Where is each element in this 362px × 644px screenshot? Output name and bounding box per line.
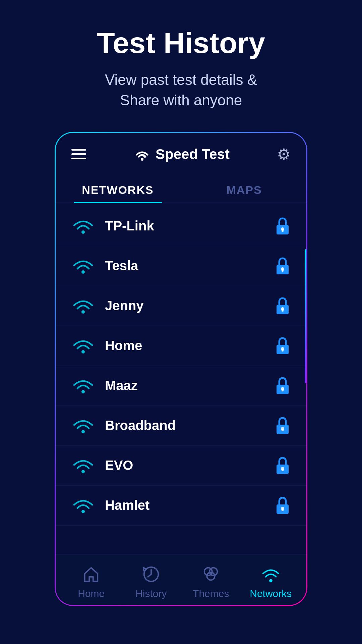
nav-item-themes[interactable]: Themes <box>181 565 241 599</box>
wifi-signal-icon <box>71 456 95 475</box>
svg-point-37 <box>269 579 273 582</box>
network-item[interactable]: Hamlet <box>55 486 307 526</box>
tab-maps[interactable]: MAPS <box>181 177 307 203</box>
network-item[interactable]: Maaz <box>55 366 307 406</box>
network-item[interactable]: Home <box>55 326 307 366</box>
wifi-signal-icon <box>71 217 95 235</box>
wifi-signal-icon <box>71 496 95 515</box>
svg-rect-16 <box>282 349 284 352</box>
network-name: Hamlet <box>105 498 275 513</box>
wifi-signal-icon <box>71 257 95 275</box>
svg-point-36 <box>207 572 215 580</box>
page-title: Test History <box>13 27 349 59</box>
network-name: Jenny <box>105 298 275 313</box>
settings-button[interactable]: ⚙ <box>277 145 291 163</box>
app-title-container: Speed Test <box>133 146 230 162</box>
nav-label-networks: Networks <box>250 588 292 599</box>
phone-mockup: Speed Test ⚙ NETWORKS MAPS T <box>54 131 308 607</box>
menu-button[interactable] <box>71 149 86 159</box>
wifi-signal-icon <box>71 376 95 395</box>
lock-icon <box>275 416 291 435</box>
themes-icon <box>201 565 221 584</box>
tab-networks[interactable]: NETWORKS <box>55 177 181 203</box>
svg-rect-28 <box>282 469 284 471</box>
nav-label-home: Home <box>78 588 105 599</box>
history-icon <box>141 565 161 584</box>
wifi-signal-icon <box>71 416 95 435</box>
network-items-container: TP-Link Tesla <box>55 206 307 526</box>
network-name: TP-Link <box>105 218 275 233</box>
svg-rect-32 <box>282 508 284 511</box>
svg-point-21 <box>81 430 85 433</box>
svg-point-25 <box>81 470 85 473</box>
app-title-text: Speed Test <box>156 146 230 162</box>
lock-icon <box>275 216 291 236</box>
wifi-signal-icon <box>71 336 95 355</box>
side-accent <box>305 249 307 383</box>
svg-point-9 <box>81 310 85 314</box>
network-list: TP-Link Tesla <box>55 203 307 554</box>
svg-rect-8 <box>282 269 284 272</box>
svg-rect-24 <box>282 429 284 431</box>
network-item[interactable]: TP-Link <box>55 206 307 246</box>
svg-rect-20 <box>282 389 284 391</box>
svg-point-35 <box>209 568 217 576</box>
app-logo-icon <box>133 147 151 162</box>
network-name: Broadband <box>105 418 275 433</box>
svg-point-17 <box>81 390 85 393</box>
lock-icon <box>275 376 291 395</box>
app-navbar: Speed Test ⚙ <box>55 132 307 170</box>
svg-point-0 <box>141 158 143 161</box>
wifi-signal-icon <box>71 297 95 315</box>
networks-icon <box>261 565 281 584</box>
svg-rect-4 <box>282 229 284 232</box>
phone-inner: Speed Test ⚙ NETWORKS MAPS T <box>55 132 307 606</box>
header-section: Test History View past test details &Sha… <box>0 0 362 124</box>
page-subtitle: View past test details &Share with anyon… <box>13 69 349 111</box>
nav-item-networks[interactable]: Networks <box>241 565 301 599</box>
svg-point-29 <box>81 510 85 513</box>
bottom-nav: Home History Themes <box>55 554 307 606</box>
lock-icon <box>275 336 291 356</box>
network-item[interactable]: Tesla <box>55 246 307 286</box>
network-name: Tesla <box>105 258 275 273</box>
network-item[interactable]: Jenny <box>55 286 307 326</box>
svg-point-1 <box>81 230 85 234</box>
lock-icon <box>275 296 291 316</box>
nav-label-themes: Themes <box>193 588 229 599</box>
nav-label-history: History <box>135 588 167 599</box>
network-item[interactable]: EVO <box>55 446 307 486</box>
network-name: Maaz <box>105 378 275 393</box>
lock-icon <box>275 496 291 515</box>
network-item[interactable]: Broadband <box>55 406 307 446</box>
nav-item-history[interactable]: History <box>121 565 181 599</box>
tabs-container: NETWORKS MAPS <box>55 177 307 203</box>
nav-item-home[interactable]: Home <box>61 565 121 599</box>
lock-icon <box>275 456 291 475</box>
home-icon <box>81 565 101 584</box>
svg-rect-12 <box>282 309 284 312</box>
network-name: EVO <box>105 458 275 473</box>
network-name: Home <box>105 338 275 353</box>
lock-icon <box>275 256 291 276</box>
svg-point-5 <box>81 270 85 274</box>
svg-point-13 <box>81 350 85 354</box>
